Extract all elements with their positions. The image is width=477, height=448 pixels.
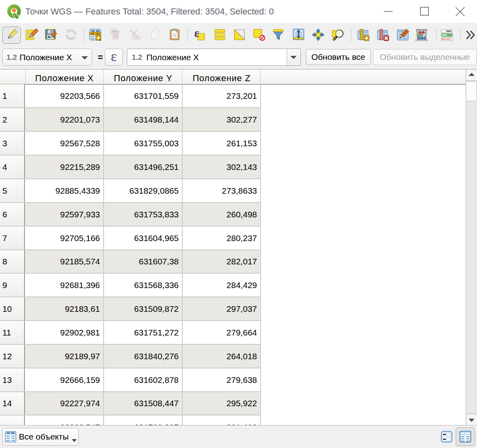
svg-text:ε: ε — [194, 29, 199, 39]
